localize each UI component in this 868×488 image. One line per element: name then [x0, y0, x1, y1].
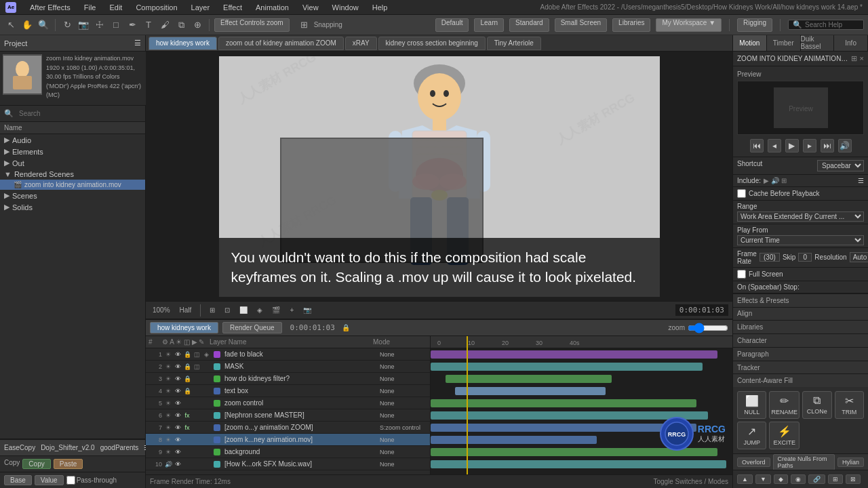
copy-btn[interactable]: Copy: [22, 459, 50, 469]
puppet-tool[interactable]: ⊕: [191, 18, 204, 32]
pass-through-check[interactable]: [66, 476, 75, 485]
project-item-mov[interactable]: 🎬 zoom into kidney animation.mov: [0, 180, 145, 190]
select-tool[interactable]: ↖: [4, 18, 18, 32]
pen-tool[interactable]: ✒: [125, 18, 139, 32]
project-menu-icon[interactable]: ☰: [134, 39, 141, 47]
eye-icon-5[interactable]: 👁: [174, 399, 182, 407]
workspace-libraries[interactable]: Libraries: [612, 18, 650, 32]
paragraph-header[interactable]: Paragraph: [733, 347, 868, 361]
layer-row-3[interactable]: 3 ☀ 👁 🔒 how do kidneys filter? None: [146, 373, 430, 385]
overlord-tab-hylian[interactable]: Hylian: [837, 458, 864, 467]
solo-icon-7[interactable]: ☀: [164, 424, 172, 432]
lock-icon-4[interactable]: 🔒: [183, 387, 191, 395]
fx-icon-7[interactable]: fx: [183, 424, 191, 432]
vp-snap-icon[interactable]: +: [287, 306, 296, 314]
ovl-x-box[interactable]: ⊠: [846, 474, 861, 484]
solo-icon-9[interactable]: ☀: [164, 448, 172, 456]
menu-window[interactable]: Window: [330, 3, 361, 12]
tab-zoom-out[interactable]: zoom out of kidney animation ZOOM: [218, 37, 344, 50]
tab-how-kidneys-work[interactable]: how kidneys work: [149, 37, 217, 50]
folder-solids[interactable]: ▶ Solids: [0, 201, 145, 213]
solo-icon-2[interactable]: ☀: [164, 363, 172, 371]
ovl-circle[interactable]: ◉: [791, 474, 806, 484]
project-search-input[interactable]: [16, 108, 141, 119]
eye-icon-7[interactable]: 👁: [174, 424, 182, 432]
effect-controls-btn[interactable]: Effect Controls zoom: [214, 18, 290, 32]
workspace-default[interactable]: Default: [435, 18, 469, 32]
shortcut-select[interactable]: Spacebar: [817, 160, 864, 171]
lock-icon-2[interactable]: 🔒: [183, 363, 191, 371]
range-select[interactable]: Work Area Extended By Current ...: [737, 211, 864, 222]
overlord-tab-active[interactable]: Overlord: [737, 458, 770, 467]
eye-icon-3[interactable]: 👁: [174, 375, 182, 383]
tab-xray[interactable]: xRAY: [345, 37, 377, 50]
menu-animation[interactable]: Animation: [253, 3, 292, 12]
text-tool[interactable]: T: [142, 18, 155, 32]
timeline-tab-render[interactable]: Render Queue: [222, 322, 282, 333]
ovl-grid[interactable]: ⊞: [828, 474, 843, 484]
shy-icon-1[interactable]: ◫: [193, 350, 201, 359]
play-from-select[interactable]: Current Time: [737, 235, 864, 245]
right-tab-motion[interactable]: Motion: [733, 35, 767, 51]
vp-transparency[interactable]: ⬜: [237, 306, 250, 314]
menu-layer[interactable]: Layer: [189, 3, 213, 12]
folder-elements[interactable]: ▶ Elements: [0, 146, 145, 157]
null-btn[interactable]: ⬜ NULL: [737, 391, 766, 419]
folder-audio[interactable]: ▶ Audio: [0, 134, 145, 146]
menu-file[interactable]: File: [81, 3, 99, 12]
audio-icon-10[interactable]: 🔊: [164, 460, 172, 468]
menu-composition[interactable]: Composition: [133, 3, 180, 12]
resolution-select[interactable]: Auto: [850, 252, 868, 262]
solo-icon-1[interactable]: ☀: [164, 350, 172, 359]
eye-icon-10[interactable]: 👁: [174, 460, 182, 468]
effects-presets-header[interactable]: Effects & Presets: [733, 293, 868, 307]
vp-quality[interactable]: Half: [177, 306, 195, 314]
layer-row-5[interactable]: 5 ☀ 👁 zoom control None: [146, 397, 430, 409]
folder-scenes[interactable]: ▶ Scenes: [0, 190, 145, 201]
vp-safe-zones[interactable]: ⊡: [222, 306, 233, 314]
jump-btn[interactable]: ↗ JUMP: [737, 422, 766, 449]
vp-camera-icon[interactable]: 📷: [300, 306, 314, 314]
folder-rendered-scenes[interactable]: ▼ Rendered Scenes: [0, 169, 145, 180]
skip-input[interactable]: [798, 253, 812, 262]
solo-icon-4[interactable]: ☀: [164, 387, 172, 395]
eye-icon-2[interactable]: 👁: [174, 363, 182, 371]
layer-row-1[interactable]: 1 ☀ 👁 🔒 ◫ ◈ fade to black None: [146, 348, 430, 361]
include-menu[interactable]: ☰: [858, 177, 864, 184]
folder-out[interactable]: ▶ Out: [0, 157, 145, 169]
3d-icon-1[interactable]: ◈: [202, 350, 210, 359]
layer-row-4[interactable]: 4 ☀ 👁 🔒 text box None: [146, 385, 430, 397]
brush-tool[interactable]: 🖌: [158, 18, 172, 32]
vp-render-icon[interactable]: 🎬: [269, 306, 283, 314]
prev-last-frame[interactable]: ⏭: [821, 139, 834, 152]
character-header[interactable]: Character: [733, 333, 868, 347]
timeline-lock-icon[interactable]: 🔒: [342, 324, 350, 331]
trim-btn[interactable]: ✂ TRIM: [835, 391, 865, 419]
menu-edit[interactable]: Edit: [106, 3, 125, 12]
ovl-triangle-up[interactable]: ▲: [737, 474, 753, 484]
ovl-link[interactable]: 🔗: [808, 474, 825, 484]
libraries-header[interactable]: Libraries: [733, 320, 868, 333]
vp-zoom[interactable]: 100%: [150, 306, 173, 314]
menu-help[interactable]: Help: [370, 3, 391, 12]
overlord-tab-nulls[interactable]: Create Nulls From Paths: [773, 454, 835, 470]
workspace-small-screen[interactable]: Small Screen: [555, 18, 607, 32]
prev-play[interactable]: ▶: [785, 139, 799, 152]
tl-zoom-slider[interactable]: [688, 323, 728, 333]
menu-after-effects[interactable]: After Effects: [27, 3, 73, 12]
layer-row-7[interactable]: 7 ☀ 👁 fx [zoom o...y animation ZOOM] S:z…: [146, 422, 430, 434]
full-screen-check[interactable]: [737, 270, 746, 279]
eye-icon-4[interactable]: 👁: [174, 387, 182, 395]
pan-tool[interactable]: ☩: [93, 18, 106, 32]
tab-cross-section[interactable]: kidney cross section beginning: [378, 37, 486, 50]
eye-icon-1[interactable]: 👁: [174, 350, 182, 359]
comp-close-icon[interactable]: ×: [860, 54, 864, 62]
layer-row-8[interactable]: 8 ☀ 👁 [zoom k...ney animation.mov] None: [146, 434, 430, 446]
zoom-tool[interactable]: 🔍: [37, 18, 50, 32]
solo-icon-3[interactable]: ☀: [164, 375, 172, 383]
layer-row-6[interactable]: 6 ☀ 👁 fx [Nephron scene MASTER] None: [146, 409, 430, 422]
right-tab-timber[interactable]: Timber: [767, 35, 801, 51]
menu-effect[interactable]: Effect: [220, 3, 245, 12]
workspace-my-workspace[interactable]: My Workspace ▼: [656, 18, 722, 32]
tab-arteriole[interactable]: Tiny Arteriole: [487, 37, 541, 50]
